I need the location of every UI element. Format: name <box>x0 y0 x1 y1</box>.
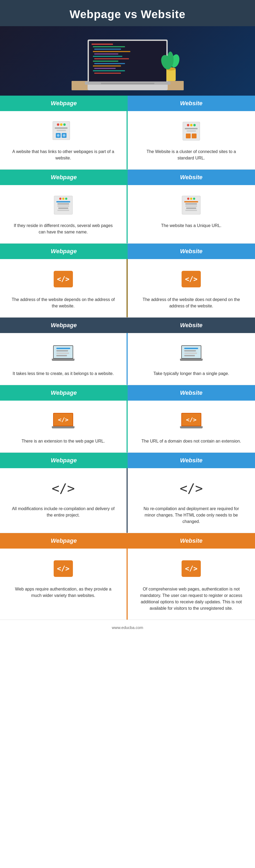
left-cell-2: </> The address of the website depends o… <box>0 259 128 317</box>
left-icon-3 <box>51 341 75 365</box>
left-header-label-0: Webpage <box>51 100 76 106</box>
svg-rect-13 <box>94 68 116 69</box>
hero-image <box>0 26 255 96</box>
section-left-header-4: Webpage <box>0 385 128 401</box>
section-left-header-0: Webpage <box>0 96 128 111</box>
right-text-0: The Website is a cluster of connected si… <box>138 149 245 161</box>
right-text-1: The website has a Unique URL. <box>161 222 221 229</box>
svg-rect-5 <box>94 49 121 50</box>
section-right-header-1: Website <box>128 169 255 185</box>
section-header-1: Webpage Website <box>0 169 255 185</box>
svg-point-21 <box>167 52 173 68</box>
left-header-label-1: Webpage <box>51 174 76 181</box>
section-header-2: Webpage Website <box>0 244 255 259</box>
svg-rect-11 <box>94 63 125 64</box>
svg-rect-14 <box>93 70 125 71</box>
right-header-label-5: Website <box>180 457 202 464</box>
section-right-header-2: Website <box>128 244 255 259</box>
left-text-4: There is an extension to the web page UR… <box>22 438 105 444</box>
sections-container: Webpage Website <box>0 96 255 620</box>
left-text-5: All modifications include re-compilation… <box>11 505 116 518</box>
svg-rect-4 <box>93 46 125 47</box>
left-icon-2: </> <box>51 267 75 291</box>
page-title: Webpage vs Website <box>5 8 250 21</box>
footer-url: www.educba.com <box>112 625 144 630</box>
left-icon-0 <box>51 119 75 143</box>
svg-rect-6 <box>93 51 130 52</box>
right-cell-6: </> Of comprehensive web pages, authenti… <box>128 549 255 620</box>
right-icon-3 <box>179 341 203 365</box>
right-cell-4: </> The URL of a domain does not contain… <box>128 401 255 453</box>
right-header-label-3: Website <box>180 322 202 329</box>
svg-rect-17 <box>166 69 176 81</box>
left-icon-4: </> <box>51 409 75 433</box>
svg-rect-22 <box>101 83 154 84</box>
right-icon-2: </> <box>179 267 203 291</box>
left-cell-4: </> There is an extension to the web pag… <box>0 401 128 453</box>
content-row-5: </> All modifications include re-compila… <box>0 468 255 533</box>
left-text-1: If they reside in different records, sev… <box>11 222 116 235</box>
svg-rect-9 <box>94 58 129 59</box>
right-header-label-1: Website <box>180 174 202 181</box>
left-text-3: It takes less time to create, as it belo… <box>12 370 114 377</box>
right-text-6: Of comprehensive web pages, authenticati… <box>138 586 245 612</box>
section-left-header-5: Webpage <box>0 453 128 468</box>
svg-rect-10 <box>93 61 118 62</box>
section-header-4: Webpage Website <box>0 385 255 401</box>
content-row-3: It takes less time to create, as it belo… <box>0 333 255 385</box>
left-cell-3: It takes less time to create, as it belo… <box>0 333 128 385</box>
left-icon-5: </> <box>51 476 75 500</box>
right-header-label-0: Website <box>180 100 202 106</box>
right-icon-5: </> <box>179 476 203 500</box>
right-cell-5: </> No re-compilation and deployment are… <box>128 468 255 533</box>
section-header-3: Webpage Website <box>0 317 255 333</box>
left-cell-0: A website that has links to other webpag… <box>0 111 128 169</box>
left-text-0: A website that has links to other webpag… <box>11 149 116 161</box>
right-text-4: The URL of a domain does not contain an … <box>141 438 241 444</box>
right-icon-1 <box>179 193 203 217</box>
section-right-header-6: Website <box>128 533 255 549</box>
content-row-2: </> The address of the website depends o… <box>0 259 255 317</box>
section-right-header-5: Website <box>128 453 255 468</box>
right-header-label-2: Website <box>180 248 202 254</box>
right-cell-1: The website has a Unique URL. <box>128 185 255 243</box>
section-header-5: Webpage Website <box>0 453 255 468</box>
right-text-3: Take typically longer than a single page… <box>153 370 229 377</box>
left-header-label-6: Webpage <box>51 537 76 544</box>
svg-rect-15 <box>94 73 121 74</box>
svg-rect-8 <box>93 56 122 57</box>
right-text-5: No re-compilation and deployment are req… <box>138 505 245 525</box>
left-header-label-2: Webpage <box>51 248 76 254</box>
section-left-header-6: Webpage <box>0 533 128 549</box>
left-cell-5: </> All modifications include re-compila… <box>0 468 128 533</box>
svg-rect-3 <box>92 43 113 45</box>
left-icon-1 <box>51 193 75 217</box>
left-text-6: Web apps require authentication, as they… <box>11 586 116 599</box>
left-cell-1: If they reside in different records, sev… <box>0 185 128 243</box>
right-icon-4: </> <box>179 409 203 433</box>
right-icon-6: </> <box>179 557 203 581</box>
svg-rect-12 <box>93 65 121 66</box>
section-left-header-2: Webpage <box>0 244 128 259</box>
right-icon-0 <box>179 119 203 143</box>
right-cell-0: The Website is a cluster of connected si… <box>128 111 255 169</box>
left-header-label-4: Webpage <box>51 390 76 396</box>
right-header-label-4: Website <box>180 390 202 396</box>
section-left-header-1: Webpage <box>0 169 128 185</box>
content-row-4: </> There is an extension to the web pag… <box>0 401 255 453</box>
left-icon-6: </> <box>51 557 75 581</box>
right-cell-2: </> The address of the website does not … <box>128 259 255 317</box>
section-right-header-3: Website <box>128 317 255 333</box>
content-row-6: </> Web apps require authentication, as … <box>0 549 255 620</box>
right-cell-3: Take typically longer than a single page… <box>128 333 255 385</box>
left-header-label-3: Webpage <box>51 322 76 329</box>
content-row-1: If they reside in different records, sev… <box>0 185 255 244</box>
section-left-header-3: Webpage <box>0 317 128 333</box>
left-text-2: The address of the website depends on th… <box>11 297 116 309</box>
left-header-label-5: Webpage <box>51 457 76 464</box>
page-title-bar: Webpage vs Website <box>0 0 255 26</box>
right-text-2: The address of the website does not depe… <box>138 297 245 309</box>
content-row-0: A website that has links to other webpag… <box>0 111 255 169</box>
section-right-header-0: Website <box>128 96 255 111</box>
section-header-6: Webpage Website <box>0 533 255 549</box>
